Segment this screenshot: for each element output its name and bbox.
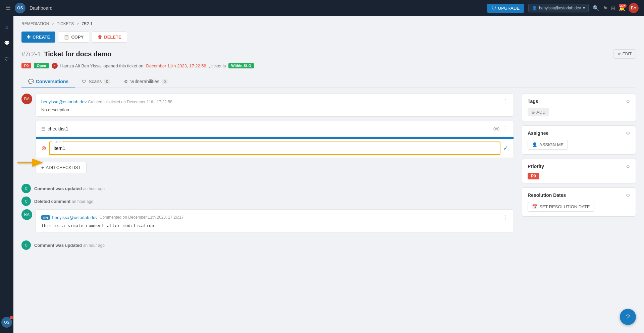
- add-tag-button[interactable]: ⊕ ADD: [528, 108, 549, 116]
- scans-count: 0: [104, 79, 110, 84]
- user-icon: 👤: [532, 6, 537, 10]
- edit-button[interactable]: ✏ EDIT: [613, 49, 636, 59]
- slo-badge: Within-SLO: [228, 63, 254, 68]
- delete-button[interactable]: 🗑 DELETE: [92, 32, 127, 43]
- activity-text-1: Comment was updated an hour ago: [34, 186, 105, 191]
- activity-avatar-2: C: [21, 197, 31, 206]
- first-comment-card: benyissa@ostorlab.dev Created this ticke…: [36, 94, 514, 117]
- activity-item-2: C Deleted comment an hour ago: [21, 197, 514, 206]
- activity-text-3: Comment was updated an hour ago: [34, 243, 105, 248]
- right-sidebar: Tags ⚙ ⊕ ADD Assignee ⚙ 👤 ASSIGN ME: [522, 94, 636, 221]
- assignee-panel: Assignee ⚙ 👤 ASSIGN ME: [522, 125, 636, 155]
- resolution-dates-title: Resolution Dates: [528, 192, 566, 198]
- first-comment-menu[interactable]: ⋮: [502, 98, 508, 105]
- priority-panel-header: Priority ⚙: [528, 164, 630, 169]
- ticket-action: opened this ticket on: [103, 63, 143, 68]
- activity-item-1: C Comment was updated an hour ago: [21, 184, 514, 193]
- user-menu[interactable]: 👤 benyissa@ostorlab.dev ▾: [528, 4, 589, 12]
- ticket-meta: P0 Open H Hamza Ait Ben Yissa opened thi…: [21, 63, 636, 69]
- user-avatar[interactable]: BA: [629, 3, 639, 13]
- first-comment-row: BA benyissa@ostorlab.dev Created this ti…: [21, 94, 514, 180]
- item-input[interactable]: [50, 142, 500, 154]
- activity-time-3: an hour ago: [83, 243, 105, 248]
- ticket-header: #7r2-1 Ticket for docs demo ✏ EDIT: [21, 49, 636, 59]
- confirm-item-icon[interactable]: ✓: [503, 145, 508, 152]
- conversations-icon: 💬: [28, 79, 34, 84]
- breadcrumb-tickets[interactable]: TICKETS: [57, 21, 74, 26]
- ticket-is-text: , ticket is: [209, 63, 226, 68]
- notification-badge: 22+: [619, 4, 627, 8]
- checklist-card: ☰ checklist1 0/0 ⋮ ⊗: [36, 121, 514, 158]
- help-button[interactable]: ?: [620, 309, 636, 325]
- sidebar-logo-bottom[interactable]: OS: [1, 317, 12, 328]
- search-icon[interactable]: 🔍: [593, 5, 599, 11]
- content-layout: BA benyissa@ostorlab.dev Created this ti…: [21, 94, 636, 253]
- navbar: ☰ OS Dashboard 🛡 UPGRADE 👤 benyissa@osto…: [0, 0, 644, 16]
- breadcrumb: REMEDIATION > TICKETS > 7R2-1: [21, 21, 636, 26]
- breadcrumb-sep-1: >: [52, 21, 54, 26]
- second-comment-text: this is a simple comment after modificat…: [41, 223, 508, 228]
- tab-scans[interactable]: 🛡 Scans 0: [75, 75, 117, 88]
- main-content: REMEDIATION > TICKETS > 7R2-1 ✚ CREATE 📋…: [13, 16, 644, 333]
- tags-panel: Tags ⚙ ⊕ ADD: [522, 94, 636, 121]
- checklist-item-row: ⊗ item ✓: [36, 138, 514, 158]
- open-badge: Open: [34, 63, 49, 68]
- tabs: 💬 Conversations 🛡 Scans 0 ⚙ Vulnerabilit…: [21, 75, 636, 88]
- second-comment-menu[interactable]: ⋮: [502, 214, 508, 221]
- copy-button[interactable]: 📋 COPY: [58, 32, 89, 43]
- activity-time-1: an hour ago: [83, 186, 105, 191]
- tags-gear-icon[interactable]: ⚙: [626, 99, 630, 104]
- resolution-dates-panel-header: Resolution Dates ⚙: [528, 192, 630, 198]
- tab-conversations[interactable]: 💬 Conversations: [21, 75, 75, 88]
- cancel-item-icon[interactable]: ⊗: [41, 145, 46, 152]
- arrow-indicator: [17, 158, 44, 169]
- activity-avatar-3: C: [21, 240, 31, 250]
- sidebar-item-home[interactable]: ⌂: [1, 21, 12, 32]
- hamburger-icon[interactable]: ☰: [5, 4, 11, 12]
- sidebar-item-scan[interactable]: 🛡: [1, 54, 12, 64]
- assign-me-icon: 👤: [532, 142, 537, 147]
- upgrade-shield-icon: 🛡: [492, 6, 496, 11]
- grid-icon[interactable]: ⊞: [611, 5, 615, 11]
- sidebar-item-comment[interactable]: 💬: [1, 38, 12, 48]
- tags-title: Tags: [528, 99, 538, 104]
- second-comment-card: me benyissa@ostorlab.dev Commented on De…: [36, 209, 514, 232]
- checklist-menu[interactable]: ⋮: [502, 125, 508, 132]
- assignee-title: Assignee: [528, 130, 548, 136]
- first-comment-action: Created this ticket on December 11th, 17…: [88, 100, 172, 104]
- navbar-icons: 🔍 ⚑ ⊞ 🔔 22+ BA: [593, 3, 639, 13]
- sidebar-notif-dot: [10, 316, 13, 319]
- priority-gear-icon[interactable]: ⚙: [626, 164, 630, 169]
- breadcrumb-sep-2: >: [76, 21, 79, 26]
- activity-item-3: C Comment was updated an hour ago: [21, 240, 514, 250]
- create-icon: ✚: [27, 35, 31, 40]
- checklist-progress: 0/0: [493, 126, 499, 131]
- breadcrumb-remediation[interactable]: REMEDIATION: [21, 21, 49, 26]
- copy-icon: 📋: [64, 35, 69, 40]
- set-resolution-date-button[interactable]: 📅 SET RESOLUTION DATE: [528, 202, 594, 212]
- add-tag-icon: ⊕: [531, 110, 535, 115]
- tab-vulnerabilities[interactable]: ⚙ Vulnerabilities 0: [117, 75, 175, 88]
- breadcrumb-current: 7R2-1: [82, 21, 93, 26]
- priority-value: P0: [528, 173, 539, 179]
- flag-icon[interactable]: ⚑: [603, 5, 607, 11]
- author-avatar: H: [52, 63, 58, 69]
- edit-icon: ✏: [618, 52, 621, 56]
- second-comment-header: me benyissa@ostorlab.dev Commented on De…: [41, 214, 508, 221]
- second-comment-row: BA me benyissa@ostorlab.dev Commented on…: [21, 209, 514, 236]
- vulnerabilities-icon: ⚙: [124, 79, 128, 84]
- create-button[interactable]: ✚ CREATE: [21, 32, 55, 43]
- second-comment-avatar: BA: [21, 209, 32, 220]
- resolution-dates-gear-icon[interactable]: ⚙: [626, 192, 630, 198]
- vulnerabilities-count: 0: [161, 79, 168, 84]
- assignee-gear-icon[interactable]: ⚙: [626, 130, 630, 136]
- priority-panel: Priority ⚙ P0: [522, 159, 636, 183]
- action-buttons: ✚ CREATE 📋 COPY 🗑 DELETE: [21, 32, 636, 43]
- ticket-author: Hamza Ait Ben Yissa: [60, 63, 101, 68]
- first-comment-avatar: BA: [21, 94, 32, 104]
- activity-text-2: Deleted comment an hour ago: [34, 199, 93, 204]
- assign-me-button[interactable]: 👤 ASSIGN ME: [528, 140, 568, 150]
- upgrade-button[interactable]: 🛡 UPGRADE: [487, 4, 524, 13]
- bell-icon[interactable]: 🔔 22+: [619, 5, 625, 11]
- activity-avatar-1: C: [21, 184, 31, 193]
